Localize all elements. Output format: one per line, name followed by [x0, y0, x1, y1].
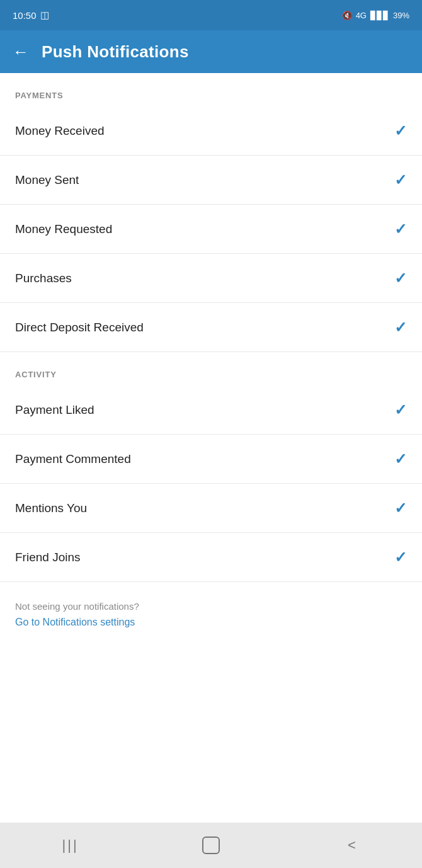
signal-icon: ▊▊▊	[370, 11, 389, 20]
checkmark-friend-joins: ✓	[394, 550, 407, 565]
battery-display: 39%	[393, 11, 409, 20]
checkmark-direct-deposit: ✓	[394, 320, 407, 335]
nav-menu-button[interactable]: |||	[45, 823, 96, 868]
status-bar: 10:50 ◫ 🔇 4G ▊▊▊ 39%	[0, 0, 422, 30]
checkmark-money-received: ✓	[394, 123, 407, 139]
list-item-purchases[interactable]: Purchases ✓	[0, 254, 422, 303]
list-item-payment-liked[interactable]: Payment Liked ✓	[0, 385, 422, 435]
checkmark-payment-liked: ✓	[394, 403, 407, 418]
network-icon: 4G	[356, 11, 367, 20]
list-item-money-requested[interactable]: Money Requested ✓	[0, 205, 422, 254]
list-item-money-sent[interactable]: Money Sent ✓	[0, 156, 422, 205]
item-label-money-requested: Money Requested	[15, 222, 112, 236]
page-title: Push Notifications	[42, 42, 189, 62]
bottom-nav: ||| <	[0, 823, 422, 868]
item-label-payment-commented: Payment Commented	[15, 452, 131, 466]
list-item-payment-commented[interactable]: Payment Commented ✓	[0, 435, 422, 484]
item-label-money-sent: Money Sent	[15, 173, 79, 187]
back-button[interactable]: ←	[13, 43, 29, 60]
section-header-payments: PAYMENTS	[0, 73, 422, 106]
checkmark-purchases: ✓	[394, 271, 407, 286]
footer-note: Not seeing your notifications?	[0, 582, 422, 617]
item-label-mentions-you: Mentions You	[15, 501, 87, 515]
list-item-friend-joins[interactable]: Friend Joins ✓	[0, 533, 422, 582]
checkmark-mentions-you: ✓	[394, 501, 407, 516]
list-item-mentions-you[interactable]: Mentions You ✓	[0, 484, 422, 533]
content-area: PAYMENTS Money Received ✓ Money Sent ✓ M…	[0, 73, 422, 823]
item-label-money-received: Money Received	[15, 124, 105, 138]
time-display: 10:50	[13, 10, 37, 21]
list-item-money-received[interactable]: Money Received ✓	[0, 106, 422, 156]
item-label-direct-deposit: Direct Deposit Received	[15, 321, 144, 334]
status-bar-left: 10:50 ◫	[13, 9, 49, 21]
checkmark-money-sent: ✓	[394, 173, 407, 188]
checkmark-payment-commented: ✓	[394, 452, 407, 467]
nav-home-button[interactable]	[186, 823, 236, 868]
status-bar-right: 🔇 4G ▊▊▊ 39%	[342, 11, 409, 20]
home-icon	[202, 837, 220, 854]
back-icon: <	[348, 837, 356, 854]
list-item-direct-deposit[interactable]: Direct Deposit Received ✓	[0, 303, 422, 352]
notifications-settings-link[interactable]: Go to Notifications settings	[0, 617, 422, 647]
section-header-activity: ACTIVITY	[0, 352, 422, 385]
item-label-payment-liked: Payment Liked	[15, 403, 94, 417]
nav-back-button[interactable]: <	[326, 823, 377, 868]
menu-icon: |||	[62, 837, 79, 854]
mute-icon: 🔇	[342, 11, 352, 20]
checkmark-money-requested: ✓	[394, 222, 407, 237]
app-bar: ← Push Notifications	[0, 30, 422, 73]
item-label-friend-joins: Friend Joins	[15, 551, 81, 564]
item-label-purchases: Purchases	[15, 271, 72, 285]
screenshot-icon: ◫	[40, 9, 49, 21]
